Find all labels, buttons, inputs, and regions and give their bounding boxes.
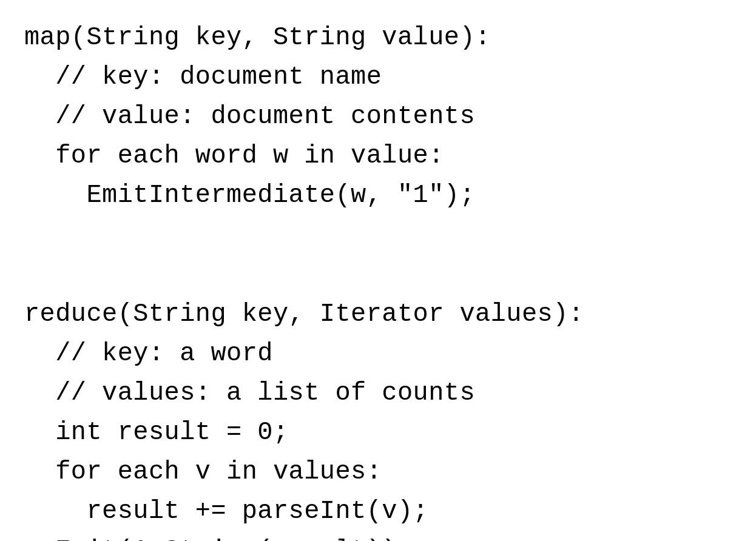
code-block: map(String key, String value): // key: d… <box>24 18 584 541</box>
code-container: map(String key, String value): // key: d… <box>0 0 756 541</box>
